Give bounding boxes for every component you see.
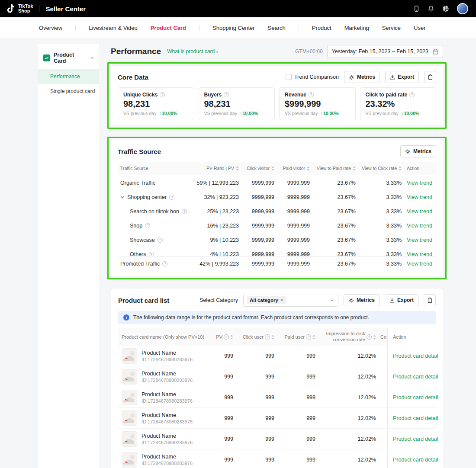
- traffic-column-paid-visitor[interactable]: Paid visitor: [277, 166, 312, 171]
- paid-user-value: 999: [278, 353, 319, 359]
- metric-delta: ↑10.00%: [159, 111, 177, 116]
- traffic-metrics-button[interactable]: Metrics: [400, 145, 436, 157]
- view-to-paid-rate-value: 23.67%: [312, 180, 358, 186]
- info-icon: i: [123, 314, 129, 321]
- help-icon[interactable]: ?: [169, 195, 174, 200]
- product-row: Product Name ID:17284678980283976 999 99…: [118, 387, 436, 408]
- help-icon[interactable]: ?: [265, 334, 270, 340]
- view-to-paid-rate-value: 23.67%: [312, 237, 358, 243]
- metric-value: 98,231: [204, 99, 270, 109]
- column-paid-user[interactable]: Paid user ?: [278, 334, 319, 340]
- nav-item-marketing[interactable]: Marketing: [344, 25, 369, 31]
- view-trend-link[interactable]: View trend: [407, 180, 432, 186]
- product-card-detail-link[interactable]: Product card detail: [393, 415, 438, 421]
- metric-label: Click to paid rate: [366, 92, 408, 98]
- date-range-picker[interactable]: Yesterday: Feb 15, 2023 – Feb 15, 2023: [327, 45, 443, 58]
- metric-card-buyers: Buyers ? 98,231 VS previous day ↑10.00%: [199, 87, 275, 120]
- help-icon[interactable]: ?: [182, 209, 187, 214]
- trend-comparison-checkbox[interactable]: [286, 74, 292, 80]
- sidebar-item-performance[interactable]: Performance: [38, 69, 99, 84]
- help-icon[interactable]: ?: [145, 223, 150, 228]
- column-click-user[interactable]: Click user ?: [237, 334, 278, 340]
- product-card-detail-link[interactable]: Product card detail: [393, 374, 438, 380]
- nav-item-label: User: [414, 25, 425, 31]
- product-card-detail-link[interactable]: Product card detail: [393, 457, 438, 463]
- column-pv[interactable]: PV ?: [209, 334, 237, 340]
- nav-item-product-card[interactable]: Product Card: [151, 25, 186, 31]
- what-is-product-card-link[interactable]: What is product card ›: [167, 48, 218, 54]
- remove-category-icon[interactable]: ×: [280, 298, 283, 303]
- sidebar-group-product-card[interactable]: Product Card: [38, 48, 99, 69]
- traffic-column-pv-ratio-pv[interactable]: PV Ratio | PV: [190, 166, 241, 171]
- paid-visitor-value: 9999,999: [277, 194, 312, 200]
- view-trend-link[interactable]: View trend: [407, 194, 432, 200]
- date-range-value: Yesterday: Feb 15, 2023 – Feb 15, 2023: [332, 48, 428, 54]
- trend-comparison-label: Trend Comparison: [294, 74, 339, 80]
- category-select[interactable]: All category ×: [243, 294, 338, 307]
- core-metrics-button[interactable]: Metrics: [344, 71, 380, 83]
- pv-ratio-pv-value: 42% | 9,993,223: [190, 261, 241, 267]
- traffic-column-view-to-click-rate[interactable]: View to Click rate: [358, 166, 404, 171]
- paid-user-value: 999: [278, 457, 319, 463]
- help-icon[interactable]: ?: [224, 92, 229, 97]
- chevron-down-icon[interactable]: [120, 195, 125, 199]
- view-to-click-rate-value: 3.33%: [358, 237, 404, 243]
- help-icon[interactable]: ?: [162, 261, 167, 266]
- trend-comparison[interactable]: Trend Comparison: [286, 74, 339, 80]
- timezone-label: GTM+00:00: [295, 48, 323, 54]
- nav-item-user[interactable]: User: [414, 25, 425, 31]
- view-trend-link[interactable]: View trend: [407, 223, 432, 229]
- nav-item-shopping-center[interactable]: Shopping Center: [212, 25, 255, 31]
- traffic-row-shop: Shop ? 16% | 23,223 9999,999 9999,999 23…: [118, 218, 436, 233]
- view-trend-link[interactable]: View trend: [407, 261, 432, 267]
- product-card-detail-link[interactable]: Product card detail: [393, 436, 438, 442]
- notifications-bell-icon[interactable]: [428, 5, 434, 12]
- product-card-detail-link[interactable]: Product card detail: [393, 394, 438, 401]
- traffic-table-body[interactable]: Organic Traffic 59% | 12,993,223 9999,99…: [118, 176, 436, 256]
- product-table-body[interactable]: Product Name ID:17284678980283976 999 99…: [118, 346, 436, 468]
- core-export-button[interactable]: Export: [385, 71, 419, 83]
- product-copy-clipboard-button[interactable]: [424, 294, 436, 306]
- nav-item-search[interactable]: Search: [268, 25, 286, 31]
- traffic-column-click-visitor[interactable]: Click visitor: [241, 166, 277, 171]
- mobile-app-icon[interactable]: [413, 5, 420, 12]
- conversion-rate-value: 12.02%: [319, 374, 380, 380]
- traffic-column-view-to-paid-rate[interactable]: View to Paid rate: [312, 166, 358, 171]
- click-visitor-value: 9999,999: [241, 251, 277, 256]
- view-trend-link[interactable]: View trend: [407, 251, 432, 256]
- category-tag: All category ×: [247, 296, 286, 304]
- metric-value: $999,999: [285, 99, 350, 109]
- pv-ratio-pv-value: 32% | 923,223: [190, 194, 241, 200]
- user-avatar[interactable]: [457, 3, 468, 14]
- view-to-paid-rate-value: 23.67%: [312, 208, 358, 215]
- help-icon[interactable]: ?: [309, 92, 314, 97]
- nav-item-overview[interactable]: Overview: [39, 25, 62, 31]
- copy-clipboard-button[interactable]: [424, 71, 436, 83]
- language-globe-icon[interactable]: [442, 5, 449, 12]
- view-to-click-rate-value: 3.33%: [358, 180, 404, 186]
- product-name: Product Name: [142, 350, 193, 356]
- view-trend-link[interactable]: View trend: [407, 237, 432, 243]
- product-export-button[interactable]: Export: [385, 294, 418, 306]
- nav-item-service[interactable]: Service: [382, 25, 401, 31]
- help-icon[interactable]: ?: [160, 92, 165, 97]
- column-impression-to-click-rate[interactable]: Impression to click conversion rate ?: [319, 331, 380, 343]
- product-thumbnail: [122, 452, 137, 468]
- nav-item-product[interactable]: Product: [312, 25, 331, 31]
- product-metrics-button[interactable]: Metrics: [344, 294, 380, 306]
- tiktok-logo-icon: [6, 3, 15, 14]
- help-icon[interactable]: ?: [149, 252, 154, 256]
- help-icon[interactable]: ?: [306, 334, 311, 340]
- help-icon[interactable]: ?: [158, 237, 163, 243]
- product-card-detail-link[interactable]: Product card detail: [393, 353, 438, 359]
- traffic-column-label: View to Click rate: [362, 166, 397, 171]
- sidebar-item-single-product-card[interactable]: Single product card: [38, 84, 99, 99]
- help-icon[interactable]: ?: [224, 334, 229, 340]
- sort-icon: [353, 166, 356, 171]
- metric-value: 23.32%: [366, 99, 431, 109]
- help-icon[interactable]: ?: [409, 92, 415, 97]
- help-icon[interactable]: ?: [367, 334, 372, 340]
- info-banner-text: The following data range is for the prod…: [133, 314, 369, 321]
- view-trend-link[interactable]: View trend: [407, 208, 432, 215]
- nav-item-livestream-video[interactable]: Livestream & Video: [89, 25, 138, 31]
